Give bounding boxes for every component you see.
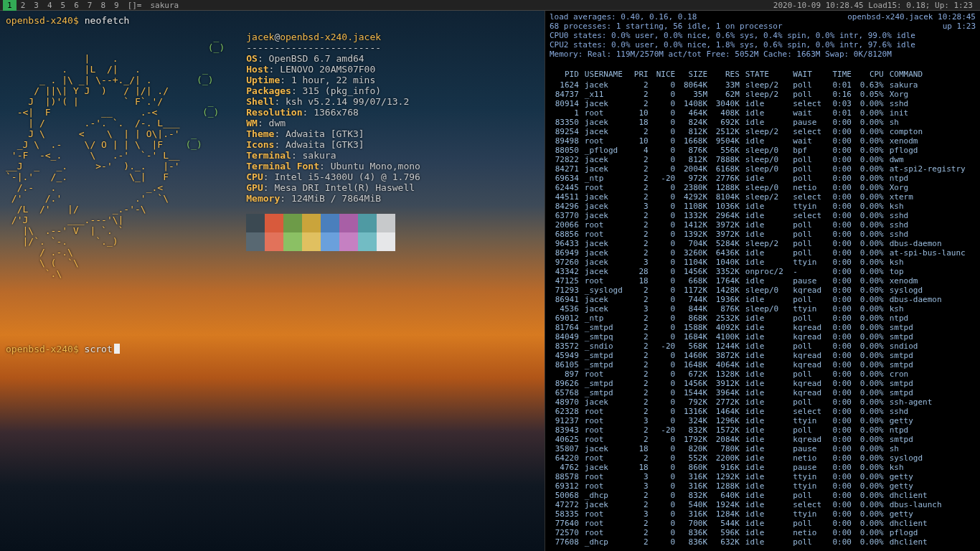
top-header: load averages: 0.40, 0.16, 0.18openbsd-x…	[550, 12, 976, 68]
table-row: 50068_dhcp20832K640Kidlepoll0:000.00%dhc…	[550, 491, 976, 500]
table-row: 62328root201316K1464Kidleselect0:000.00%…	[550, 407, 976, 416]
table-row: 84296jacek301108K1036Kidlettyin0:000.00%…	[550, 202, 976, 211]
table-row: 72822jacek20812K7888Ksleep/0poll0:000.00…	[550, 155, 976, 164]
table-row: 83350jacek180824K692Kidlepause0:000.00%s…	[550, 118, 976, 127]
nf-field-cpu: CPU: Intel i5-4300U (4) @ 1.796	[246, 171, 420, 182]
swatch	[339, 214, 358, 232]
dwm-bar: 123456789 []= sakura 2020-10-09 10:28.45…	[0, 0, 980, 11]
neofetch-info: jacek@openbsd-x240.jacek ---------------…	[246, 32, 420, 279]
swatch	[265, 232, 283, 251]
nf-field-packages: Packages: 315 (pkg_info)	[246, 85, 420, 96]
nf-field-resolution: Resolution: 980x551	[246, 107, 420, 118]
table-row: 43342jacek2801456K3352Konproc/2-0:000.00…	[550, 267, 976, 276]
swatch	[321, 232, 339, 251]
table-row: 97260jacek301104K1040Kidlettyin0:000.00%…	[550, 258, 976, 267]
top-col-size: SIZE	[678, 70, 710, 80]
nf-user: jacek	[246, 32, 274, 42]
dwm-status: 2020-10-09 10:28.45 Load15: 0.18; Up: 1:…	[769, 1, 977, 10]
table-row: 64220root20552K2200Kidlenetio0:000.00%sy…	[550, 453, 976, 463]
top-col-username: USERNAME	[582, 70, 629, 80]
top-col-state: STATE	[743, 70, 790, 80]
dwm-tag-2[interactable]: 2	[17, 0, 30, 11]
dwm-tag-9[interactable]: 9	[110, 0, 123, 11]
swatch	[377, 232, 395, 251]
table-row: 88578root30316K1292Kidlettyin0:000.00%ge…	[550, 472, 976, 481]
dwm-tag-6[interactable]: 6	[70, 0, 83, 11]
table-row: 80914jacek201408K3040Kidleselect0:030.00…	[550, 99, 976, 108]
swatch	[246, 214, 265, 232]
table-row: 65768_smtpd201544K3964Kidlekqread0:000.0…	[550, 388, 976, 397]
nf-field-wm: WM: dwm	[246, 118, 420, 128]
table-row: 897root20672K1328Kidlepoll0:000.00%cron	[550, 369, 976, 379]
nf-host: openbsd-x240.jacek	[280, 32, 381, 42]
table-row: 89498root1001668K9504Kidlewait0:000.00%x…	[550, 136, 976, 146]
nf-field-uptime: Uptime: 1 hour, 22 mins	[246, 75, 420, 85]
color-swatches-dark	[246, 214, 420, 232]
swatch	[246, 232, 265, 251]
terminal-left[interactable]: openbsd-x240$ neofetch _ (_) | . . |L /|…	[0, 11, 545, 551]
top-col-pri: PRI	[629, 70, 651, 80]
dwm-tag-5[interactable]: 5	[57, 0, 70, 11]
table-row: 40625root201792K2084Kidlekqread0:000.00%…	[550, 435, 976, 444]
swatch	[302, 214, 321, 232]
table-row: 96433jacek20704K5284Ksleep/2poll0:000.00…	[550, 239, 976, 248]
cmd-scrot: scrot	[85, 344, 113, 354]
table-row: 4762jacek180860K916Kidlepause0:000.00%ks…	[550, 463, 976, 472]
table-row: 47272jacek20540K1924Kidleselect0:000.00%…	[550, 500, 976, 509]
dwm-tag-7[interactable]: 7	[83, 0, 97, 11]
cmd-neofetch: neofetch	[85, 15, 130, 26]
table-row: 4536jacek30844K876Ksleep/0ttyin0:000.00%…	[550, 304, 976, 314]
table-row: 89254jacek20812K2512Ksleep/2select0:000.…	[550, 127, 976, 136]
nf-field-icons: Icons: Adwaita [GTK3]	[246, 139, 420, 150]
table-row: 91237root30324K1296Kidlettyin0:000.00%ge…	[550, 416, 976, 425]
dwm-tag-1[interactable]: 1	[3, 0, 17, 11]
table-row: 86949jacek203260K6436Kidlepoll0:000.00%a…	[550, 248, 976, 258]
neofetch-ascii: _ (_) | . . |L /| . _ _ . |\ _| \--+._/|…	[6, 32, 225, 279]
table-row: 86105_smtpd201648K4064Kidlekqread0:000.0…	[550, 360, 976, 369]
nf-field-gpu: GPU: Mesa DRI Intel(R) Haswell	[246, 182, 420, 193]
table-row: 89626_smtpd201456K3912Kidlekqread0:000.0…	[550, 379, 976, 388]
table-row: 69312root30316K1288Kidlettyin0:000.00%ge…	[550, 481, 976, 491]
neofetch-output: _ (_) | . . |L /| . _ _ . |\ _| \--+._/|…	[6, 32, 539, 279]
table-row: 45949_smtpd201460K3872Kidlekqread0:000.0…	[550, 351, 976, 360]
table-row: 88050_pflogd40876K556Ksleep/0bpf0:000.00…	[550, 146, 976, 155]
prompt-line-1: openbsd-x240$ neofetch	[6, 15, 539, 26]
table-row: 62445root202380K1288Ksleep/0netio0:000.0…	[550, 183, 976, 192]
table-row: 1624jacek208064K33Msleep/2poll0:010.63%s…	[550, 80, 976, 90]
table-row: 63770jacek201332K2964Kidleselect0:000.00…	[550, 211, 976, 220]
table-row: 84271jacek202004K6168Ksleep/0poll0:000.0…	[550, 164, 976, 174]
nf-field-host: Host: LENOVO 20AMS07F00	[246, 64, 420, 75]
nf-field-terminal: Terminal: sakura	[246, 150, 420, 161]
prompt-line-2: openbsd-x240$ scrot	[6, 344, 539, 354]
color-swatches-light	[246, 232, 420, 251]
nf-field-theme: Theme: Adwaita [GTK3]	[246, 128, 420, 139]
top-col-pid: PID	[550, 70, 582, 80]
table-row: 58335root30316K1284Kidlettyin0:000.00%ge…	[550, 509, 976, 519]
dwm-tag-3[interactable]: 3	[29, 0, 43, 11]
table-row: 48970jacek20792K2772Kidlepoll0:000.00%ss…	[550, 397, 976, 407]
swatch	[358, 232, 377, 251]
table-row: 77608_dhcp20836K632Kidlepoll0:000.00%dhc…	[550, 537, 976, 547]
dwm-tag-4[interactable]: 4	[43, 0, 57, 11]
swatch	[377, 214, 395, 232]
dwm-layout[interactable]: []=	[123, 1, 146, 10]
cursor	[114, 344, 120, 354]
top-col-res: RES	[710, 70, 743, 80]
nf-field-shell: Shell: ksh v5.2.14 99/07/13.2	[246, 96, 420, 107]
ps1: openbsd-x240$	[6, 15, 79, 26]
nf-field-terminal-font: Terminal Font: Ubuntu Mono,mono	[246, 161, 420, 171]
table-row: 69634_ntp2-20972K2776Kidlepoll0:000.00%n…	[550, 174, 976, 183]
top-process-table: PIDUSERNAMEPRINICESIZERESSTATEWAITTIMECP…	[550, 70, 976, 547]
table-row: 72570root20836K596Kidlenetio0:000.00%pfl…	[550, 528, 976, 537]
terminal-right-top[interactable]: load averages: 0.40, 0.16, 0.18openbsd-x…	[545, 11, 980, 551]
swatch	[339, 232, 358, 251]
table-row: 83943root2-20832K1572Kidlepoll0:000.00%n…	[550, 425, 976, 435]
table-row: 77640root20700K544Kidlepoll0:000.00%dhcl…	[550, 519, 976, 528]
table-row: 83572_sndio2-20568K1244Kidlepoll0:000.00…	[550, 342, 976, 351]
table-row: 81764_smtpd201588K4092Kidlekqread0:000.0…	[550, 323, 976, 332]
swatch	[321, 214, 339, 232]
top-col-nice: NICE	[651, 70, 679, 80]
nf-sep: ------------------------	[246, 42, 420, 53]
dwm-window-title: sakura	[146, 1, 184, 10]
dwm-tag-8[interactable]: 8	[96, 0, 110, 11]
